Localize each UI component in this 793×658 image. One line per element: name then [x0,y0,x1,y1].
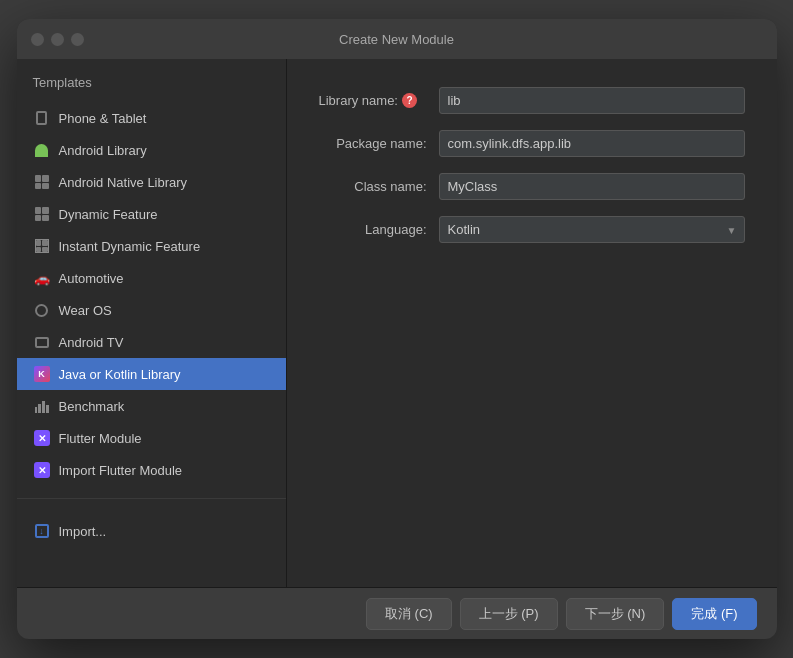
prev-button[interactable]: 上一步 (P) [460,598,558,630]
import-flutter-icon: ✕ [33,461,51,479]
close-button[interactable] [31,33,44,46]
android-native-icon [33,173,51,191]
minimize-button[interactable] [51,33,64,46]
window-title: Create New Module [339,32,454,47]
sidebar-label-android-tv: Android TV [59,335,124,350]
sidebar: Templates Phone & Tablet Android Library [17,59,287,587]
sidebar-label-wear-os: Wear OS [59,303,112,318]
library-name-label: Library name: ? [319,93,439,108]
sidebar-label-android-library: Android Library [59,143,147,158]
sidebar-label-import: Import... [59,524,107,539]
language-select[interactable]: Kotlin Java [439,216,745,243]
class-name-row: Class name: [319,173,745,200]
class-name-input[interactable] [439,173,745,200]
dynamic-feature-icon [33,205,51,223]
benchmark-icon [33,397,51,415]
library-name-input[interactable] [439,87,745,114]
sidebar-item-automotive[interactable]: 🚗 Automotive [17,262,286,294]
main-content: Templates Phone & Tablet Android Library [17,59,777,587]
sidebar-heading: Templates [17,75,286,102]
phone-tablet-icon [33,109,51,127]
wear-os-icon [33,301,51,319]
sidebar-item-android-native[interactable]: Android Native Library [17,166,286,198]
sidebar-import-section: ↓ Import... [17,498,286,547]
package-name-row: Package name: [319,130,745,157]
create-new-module-window: Create New Module Templates Phone & Tabl… [17,19,777,639]
flutter-module-icon: ✕ [33,429,51,447]
library-name-help-icon[interactable]: ? [402,93,417,108]
form-panel: Library name: ? Package name: Class name… [287,59,777,587]
sidebar-label-benchmark: Benchmark [59,399,125,414]
automotive-icon: 🚗 [33,269,51,287]
sidebar-label-android-native: Android Native Library [59,175,188,190]
import-icon: ↓ [33,522,51,540]
sidebar-item-kotlin-library[interactable]: K Java or Kotlin Library [17,358,286,390]
sidebar-item-dynamic-feature[interactable]: Dynamic Feature [17,198,286,230]
sidebar-label-phone-tablet: Phone & Tablet [59,111,147,126]
next-button[interactable]: 下一步 (N) [566,598,665,630]
language-label: Language: [319,222,439,237]
sidebar-label-kotlin-library: Java or Kotlin Library [59,367,181,382]
kotlin-library-icon: K [33,365,51,383]
sidebar-item-import[interactable]: ↓ Import... [17,515,286,547]
sidebar-label-import-flutter: Import Flutter Module [59,463,183,478]
class-name-label: Class name: [319,179,439,194]
sidebar-label-automotive: Automotive [59,271,124,286]
finish-button[interactable]: 完成 (F) [672,598,756,630]
footer: 取消 (C) 上一步 (P) 下一步 (N) 完成 (F) [17,587,777,639]
sidebar-item-android-library[interactable]: Android Library [17,134,286,166]
language-select-wrapper: Kotlin Java ▼ [439,216,745,243]
language-row: Language: Kotlin Java ▼ [319,216,745,243]
sidebar-item-android-tv[interactable]: Android TV [17,326,286,358]
library-name-row: Library name: ? [319,87,745,114]
sidebar-label-dynamic-feature: Dynamic Feature [59,207,158,222]
sidebar-item-benchmark[interactable]: Benchmark [17,390,286,422]
sidebar-item-phone-tablet[interactable]: Phone & Tablet [17,102,286,134]
android-tv-icon [33,333,51,351]
cancel-button[interactable]: 取消 (C) [366,598,452,630]
sidebar-item-wear-os[interactable]: Wear OS [17,294,286,326]
sidebar-item-import-flutter[interactable]: ✕ Import Flutter Module [17,454,286,486]
sidebar-item-flutter-module[interactable]: ✕ Flutter Module [17,422,286,454]
title-bar: Create New Module [17,19,777,59]
sidebar-label-flutter-module: Flutter Module [59,431,142,446]
package-name-input[interactable] [439,130,745,157]
instant-feature-icon [33,237,51,255]
maximize-button[interactable] [71,33,84,46]
package-name-label: Package name: [319,136,439,151]
android-library-icon [33,141,51,159]
sidebar-label-instant-feature: Instant Dynamic Feature [59,239,201,254]
sidebar-item-instant-feature[interactable]: Instant Dynamic Feature [17,230,286,262]
traffic-lights [31,33,84,46]
